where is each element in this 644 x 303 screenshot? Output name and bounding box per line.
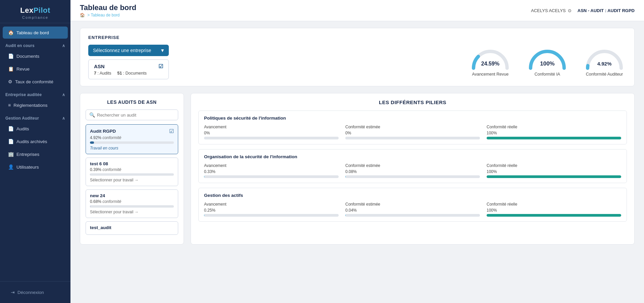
sidebar-item-label: Audits — [16, 126, 29, 131]
sidebar-item-audits-archives[interactable]: 📄 Audits archivés — [3, 135, 68, 147]
company-card-header: ASN ☑ — [94, 63, 163, 70]
docs-stat: 51 : Documents — [117, 71, 147, 76]
metric-bar-fill — [204, 175, 204, 178]
progress-fill — [90, 141, 94, 144]
company-select-wrapper[interactable]: Sélectionnez une entreprise ▼ — [88, 45, 169, 56]
entreprise-title: ENTREPRISE — [88, 35, 626, 40]
audit-card-header: new 24 — [90, 193, 174, 198]
audit-checkbox-icon: ☑ — [169, 128, 174, 134]
audit-name: new 24 — [90, 193, 105, 198]
pillar-title: Politiques de sécurité de l'information — [204, 116, 621, 121]
audit-status: Travail en cours — [90, 146, 174, 150]
audit-label: ASN - AUDIT : AUDIT RGPD — [578, 8, 635, 13]
gauges-row: 24.59% Avancement Revue 100% Conformité … — [468, 45, 626, 77]
gear-icon: ⚙ — [8, 79, 12, 84]
section-label: Gestion Auditeur — [5, 116, 39, 121]
sidebar-section-entreprise: Entreprise auditée ∧ — [0, 88, 70, 98]
sidebar: LexPilot Compliance 🏠 Tableau de bord Au… — [0, 0, 70, 303]
revue-icon: 📋 — [8, 66, 14, 72]
sidebar-section-audit: Audit en cours ∧ — [0, 39, 70, 49]
metric-bar-fill — [487, 175, 621, 178]
audit-card-header: test_audit — [90, 225, 174, 230]
audit-card-test6[interactable]: test 6 08 0.39% conformité Sélectionner … — [86, 158, 178, 186]
sidebar-bottom: ⇥ Déconnexion — [0, 281, 70, 303]
sidebar-item-documents[interactable]: 📄 Documents — [3, 50, 68, 62]
deconnexion-button[interactable]: ⇥ Déconnexion — [5, 286, 65, 298]
sidebar-item-taux-conformite[interactable]: ⚙ Taux de conformité — [3, 76, 68, 88]
sidebar-item-entreprises[interactable]: 🏢 Entreprises — [3, 148, 68, 160]
search-box[interactable]: 🔍 — [86, 110, 178, 120]
audit-link[interactable]: Sélectionner pour travail → — [90, 210, 174, 214]
pillar-title: Organisation de la sécurité de l'informa… — [204, 154, 621, 159]
company-card: ASN ☑ 7 : Audits 51 : Documents — [88, 59, 169, 79]
document-icon: 📄 — [8, 53, 14, 59]
sidebar-item-reglementations[interactable]: ≡ Réglementations — [3, 99, 68, 111]
gauge-conformite-ia: 100% Conformité IA — [526, 45, 569, 77]
audit-name: test 6 08 — [90, 161, 108, 166]
pillar-metric-conformite-est: Conformité estimée 0% — [345, 125, 480, 139]
audit-card-testaudit[interactable]: test_audit — [86, 221, 178, 235]
metric-bar — [204, 137, 339, 139]
audit-name: Audit RGPD — [90, 129, 116, 134]
chevron-up-icon: ∧ — [62, 92, 65, 97]
sidebar-item-label: Revue — [16, 67, 30, 72]
page-title: Tableau de bord — [80, 3, 136, 12]
topbar-left: Tableau de bord 🏠 > Tableau de bord — [80, 3, 136, 17]
audit-conformite: 0.68% conformité — [90, 199, 174, 204]
svg-text:4.92%: 4.92% — [597, 61, 612, 67]
sidebar-item-label: Tableau de bord — [16, 30, 49, 35]
sidebar-item-label: Entreprises — [16, 152, 39, 157]
content-area: ENTREPRISE Sélectionnez une entreprise ▼… — [70, 21, 644, 303]
user-name: ACELYS ACELYS — [531, 8, 566, 13]
breadcrumb-text: > Tableau de bord — [87, 13, 119, 17]
metric-bar-fill — [487, 214, 621, 217]
sidebar-item-label: Taux de conformité — [15, 79, 53, 84]
audit-link[interactable]: Sélectionner pour travail → — [90, 178, 174, 182]
entreprises-icon: 🏢 — [8, 152, 14, 157]
metric-bar — [204, 175, 339, 178]
user-info: ACELYS ACELYS ⊙ — [531, 8, 572, 13]
bottom-row: LES AUDITS DE ASN 🔍 Audit RGPD ☑ 4.92% c… — [80, 93, 635, 245]
pillars-title: LES DIFFÉRENTS PILIERS — [198, 99, 627, 105]
audit-card-header: test 6 08 — [90, 161, 174, 166]
logo-sub: Compliance — [5, 15, 65, 19]
sidebar-item-audits[interactable]: 📄 Audits — [3, 123, 68, 135]
pillars-panel: LES DIFFÉRENTS PILIERS Politiques de séc… — [191, 93, 635, 245]
pillar-metric-avancement: Avancement 0% — [204, 125, 339, 139]
pillar-metrics: Avancement 0.33% Conformité estimée 0.08… — [204, 163, 621, 178]
gauge-label: Conformité Auditeur — [583, 72, 626, 77]
pillar-metric-conformite-reelle: Conformité réelle 100% — [487, 125, 621, 139]
company-select[interactable]: Sélectionnez une entreprise — [88, 45, 169, 56]
gauge-avancement-revue: 24.59% Avancement Revue — [468, 45, 512, 77]
sidebar-item-tableau-de-bord[interactable]: 🏠 Tableau de bord — [3, 27, 68, 39]
logo: LexPilot Compliance — [0, 0, 70, 23]
metric-bar — [487, 214, 621, 217]
list-icon: ≡ — [8, 102, 11, 108]
pillar-metric-conformite-est: Conformité estimée 0.04% — [345, 202, 480, 217]
sidebar-section-gestion: Gestion Auditeur ∧ — [0, 112, 70, 122]
pillar-metrics: Avancement 0% Conformité estimée 0% — [204, 125, 621, 139]
topbar: Tableau de bord 🏠 > Tableau de bord ACEL… — [70, 0, 644, 21]
pillar-metric-avancement: Avancement 0.25% — [204, 202, 339, 217]
audit-name: test_audit — [90, 225, 111, 230]
audit-card-header: Audit RGPD ☑ — [90, 128, 174, 134]
audit-progress-bar — [90, 205, 174, 208]
sidebar-item-utilisateurs[interactable]: 👤 Utilisateurs — [3, 161, 68, 173]
audit-card-new24[interactable]: new 24 0.68% conformité Sélectionner pou… — [86, 189, 178, 218]
audit-card-rgpd[interactable]: Audit RGPD ☑ 4.92% conformité Travail en… — [86, 124, 178, 154]
archives-icon: 📄 — [8, 139, 14, 144]
gauge-label: Avancement Revue — [468, 72, 512, 77]
pillar-metric-conformite-est: Conformité estimée 0.08% — [345, 163, 480, 178]
sidebar-item-label: Audits archivés — [16, 139, 47, 144]
sidebar-item-revue[interactable]: 📋 Revue — [3, 63, 68, 75]
audit-conformite: 0.39% conformité — [90, 167, 174, 172]
company-card-stats: 7 : Audits 51 : Documents — [94, 71, 163, 76]
topbar-right: ACELYS ACELYS ⊙ ASN - AUDIT : AUDIT RGPD — [531, 8, 635, 13]
audits-icon: 📄 — [8, 126, 14, 131]
logo-text: LexPilot — [5, 6, 65, 15]
checkbox-icon: ☑ — [158, 63, 163, 70]
pillar-card-organisation: Organisation de la sécurité de l'informa… — [198, 149, 627, 183]
breadcrumb: 🏠 > Tableau de bord — [80, 13, 136, 17]
pillar-metric-conformite-reelle: Conformité réelle 100% — [487, 163, 621, 178]
search-input[interactable] — [97, 113, 175, 118]
